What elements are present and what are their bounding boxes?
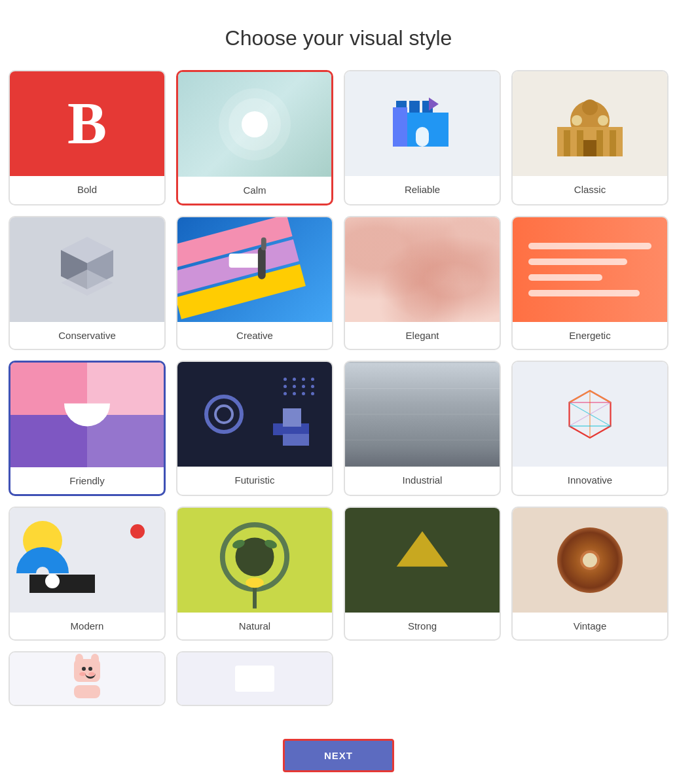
page-title: Choose your visual style bbox=[225, 26, 452, 50]
industrial-icon bbox=[345, 362, 500, 467]
svg-rect-13 bbox=[583, 140, 596, 156]
style-card-playful2[interactable] bbox=[176, 651, 333, 706]
style-card-strong[interactable]: Strong bbox=[344, 507, 501, 641]
style-card-classic[interactable]: Classic bbox=[511, 70, 668, 205]
futuristic-label: Futuristic bbox=[177, 467, 332, 493]
energetic-icon bbox=[513, 217, 667, 322]
style-card-industrial[interactable]: Industrial bbox=[344, 361, 501, 496]
modern-label: Modern bbox=[10, 613, 164, 639]
style-card-creative[interactable]: Creative bbox=[176, 216, 333, 350]
elegant-label: Elegant bbox=[345, 322, 500, 349]
classic-icon bbox=[513, 71, 667, 176]
style-card-innovative[interactable]: Innovative bbox=[511, 361, 668, 496]
svg-point-15 bbox=[572, 115, 582, 126]
modern-icon bbox=[10, 508, 164, 613]
svg-rect-9 bbox=[564, 130, 570, 156]
style-card-playful1[interactable] bbox=[9, 651, 166, 706]
bottom-bar: NEXT bbox=[283, 739, 394, 772]
svg-marker-6 bbox=[429, 98, 439, 111]
calm-label: Calm bbox=[178, 177, 331, 204]
playful1-icon bbox=[10, 652, 164, 705]
style-card-futuristic[interactable]: Futuristic bbox=[176, 361, 333, 496]
bold-label: Bold bbox=[10, 176, 164, 203]
reliable-icon bbox=[345, 71, 500, 176]
natural-icon bbox=[177, 508, 332, 613]
strong-label: Strong bbox=[345, 613, 500, 639]
svg-rect-10 bbox=[577, 130, 583, 156]
reliable-label: Reliable bbox=[345, 176, 500, 203]
innovative-label: Innovative bbox=[513, 467, 667, 493]
natural-label: Natural bbox=[177, 613, 332, 639]
style-card-conservative[interactable]: Conservative bbox=[9, 216, 166, 350]
creative-label: Creative bbox=[177, 322, 332, 349]
vintage-icon bbox=[513, 508, 667, 613]
next-button[interactable]: NEXT bbox=[283, 739, 394, 772]
friendly-label: Friendly bbox=[10, 467, 164, 494]
svg-rect-12 bbox=[610, 130, 616, 156]
svg-rect-26 bbox=[261, 238, 266, 251]
style-card-energetic[interactable]: Energetic bbox=[511, 216, 668, 350]
svg-rect-11 bbox=[596, 130, 603, 156]
conservative-icon bbox=[10, 217, 164, 322]
friendly-icon bbox=[10, 363, 164, 467]
futuristic-icon bbox=[177, 362, 332, 467]
strong-icon bbox=[345, 508, 500, 613]
svg-rect-5 bbox=[416, 127, 429, 147]
classic-label: Classic bbox=[513, 176, 667, 203]
style-card-vintage[interactable]: Vintage bbox=[511, 507, 668, 641]
style-card-bold[interactable]: B Bold bbox=[9, 70, 166, 205]
conservative-label: Conservative bbox=[10, 322, 164, 349]
bold-icon: B bbox=[67, 94, 107, 153]
style-card-elegant[interactable]: Elegant bbox=[344, 216, 501, 350]
svg-point-43 bbox=[246, 578, 264, 588]
playful2-icon bbox=[177, 652, 332, 705]
innovative-icon bbox=[513, 362, 667, 467]
elegant-icon bbox=[345, 217, 500, 322]
svg-rect-4 bbox=[393, 107, 407, 147]
vintage-label: Vintage bbox=[513, 613, 667, 639]
industrial-label: Industrial bbox=[345, 467, 500, 493]
style-grid: B Bold Calm bbox=[9, 70, 668, 706]
svg-point-16 bbox=[598, 115, 608, 126]
svg-line-37 bbox=[590, 391, 611, 402]
style-card-modern[interactable]: Modern bbox=[9, 507, 166, 641]
calm-icon bbox=[178, 72, 331, 177]
style-card-friendly[interactable]: Friendly bbox=[9, 361, 166, 496]
creative-icon bbox=[177, 217, 332, 322]
svg-rect-25 bbox=[258, 247, 266, 279]
svg-line-38 bbox=[570, 391, 591, 402]
svg-point-14 bbox=[582, 99, 598, 115]
energetic-label: Energetic bbox=[513, 322, 667, 349]
style-card-natural[interactable]: Natural bbox=[176, 507, 333, 641]
style-card-calm[interactable]: Calm bbox=[176, 70, 333, 205]
style-card-reliable[interactable]: Reliable bbox=[344, 70, 501, 205]
